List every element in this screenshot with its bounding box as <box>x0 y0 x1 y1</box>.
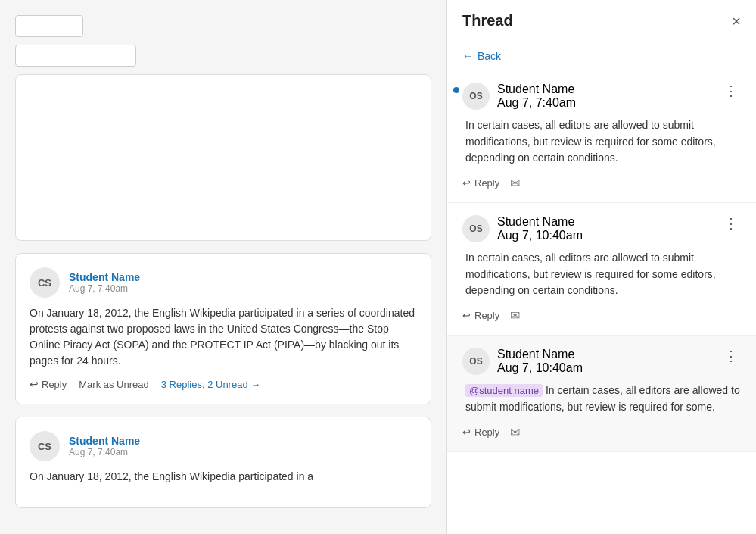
mail-icon-3[interactable]: ✉ <box>510 425 520 439</box>
thread-comment-header-3: OS Student Name Aug 7, 10:40am ⋮ <box>462 348 741 375</box>
thread-comment-body-1: In certain cases, all editors are allowe… <box>462 117 741 167</box>
back-button[interactable]: ← Back <box>447 42 756 70</box>
filter-input-1[interactable] <box>15 15 83 37</box>
thread-time-2: Aug 7, 10:40am <box>497 229 583 242</box>
comment-meta: Student Name Aug 7, 7:40am <box>69 271 140 294</box>
thread-time-1: Aug 7, 7:40am <box>497 96 576 110</box>
thread-body: OS Student Name Aug 7, 7:40am ⋮ In certa… <box>447 70 756 534</box>
comment-header-2: CS Student Name Aug 7, 7:40am <box>30 431 417 461</box>
left-panel: CS Student Name Aug 7, 7:40am On January… <box>0 0 446 534</box>
message-menu-button-3[interactable]: ⋮ <box>721 348 741 364</box>
comment-meta-2: Student Name Aug 7, 7:40am <box>69 435 140 457</box>
thread-meta-2: Student Name Aug 7, 10:40am <box>497 215 583 242</box>
comment-card-2: CS Student Name Aug 7, 7:40am On January… <box>15 417 431 508</box>
thread-reply-icon-2: ↩ <box>462 310 471 321</box>
thread-comment-1: OS Student Name Aug 7, 7:40am ⋮ In certa… <box>447 70 756 203</box>
thread-avatar-1: OS <box>462 83 490 110</box>
reply-label: Reply <box>42 379 67 390</box>
thread-meta-3: Student Name Aug 7, 10:40am <box>497 348 583 375</box>
thread-title: Thread <box>462 12 513 30</box>
comment-actions: ↩ Reply Mark as Unread 3 Replies, 2 Unre… <box>30 378 417 390</box>
comment-body-2: On January 18, 2012, the English Wikiped… <box>30 469 417 485</box>
mail-icon-2[interactable]: ✉ <box>510 308 520 323</box>
thread-actions-1: ↩ Reply ✉ <box>462 176 741 190</box>
thread-comment-left-2: OS Student Name Aug 7, 10:40am <box>462 215 583 242</box>
thread-author-3: Student Name <box>497 348 583 361</box>
mark-unread-label: Mark as Unread <box>79 379 148 390</box>
thread-author-1: Student Name <box>497 83 576 96</box>
thread-reply-button-2[interactable]: ↩ Reply <box>462 310 499 321</box>
mention-tag: @student name <box>465 384 543 397</box>
comment-time: Aug 7, 7:40am <box>69 283 140 294</box>
filter-input-2[interactable] <box>15 45 136 67</box>
thread-comment-3: OS Student Name Aug 7, 10:40am ⋮ @studen… <box>447 336 756 451</box>
thread-comment-2: OS Student Name Aug 7, 10:40am ⋮ In cert… <box>447 203 756 336</box>
back-label: Back <box>478 50 501 62</box>
comment-body: On January 18, 2012, the English Wikiped… <box>30 305 417 369</box>
thread-avatar-2: OS <box>462 215 490 242</box>
thread-actions-3: ↩ Reply ✉ <box>462 425 741 439</box>
thread-reply-button-3[interactable]: ↩ Reply <box>462 426 499 438</box>
comment-author: Student Name <box>69 271 140 283</box>
empty-card <box>15 74 431 241</box>
thread-comment-body-3: @student name In certain cases, all edit… <box>462 383 741 415</box>
thread-comment-body-2: In certain cases, all editors are allowe… <box>462 250 741 299</box>
thread-avatar-3: OS <box>462 348 490 375</box>
comment-time-2: Aug 7, 7:40am <box>69 447 140 457</box>
thread-meta-1: Student Name Aug 7, 7:40am <box>497 83 576 110</box>
thread-comment-left-3: OS Student Name Aug 7, 10:40am <box>462 348 583 375</box>
thread-comment-left-1: OS Student Name Aug 7, 7:40am <box>462 83 576 110</box>
thread-time-3: Aug 7, 10:40am <box>497 361 583 375</box>
thread-header: Thread × <box>447 0 756 42</box>
reply-icon: ↩ <box>30 378 39 390</box>
thread-reply-label-1: Reply <box>474 177 499 189</box>
thread-reply-icon-3: ↩ <box>462 426 471 438</box>
reply-button[interactable]: ↩ Reply <box>30 378 67 390</box>
thread-panel: Thread × ← Back OS Student Name Aug 7, 7… <box>446 0 756 534</box>
avatar-2: CS <box>30 431 60 461</box>
mail-icon-1[interactable]: ✉ <box>510 176 520 190</box>
thread-reply-icon-1: ↩ <box>462 177 471 189</box>
comment-author-2: Student Name <box>69 435 140 447</box>
replies-link[interactable]: 3 Replies, 2 Unread → <box>161 379 261 390</box>
avatar: CS <box>30 267 60 298</box>
thread-comment-header-1: OS Student Name Aug 7, 7:40am ⋮ <box>462 83 741 110</box>
comment-header: CS Student Name Aug 7, 7:40am <box>30 267 417 298</box>
message-menu-button-1[interactable]: ⋮ <box>721 83 741 99</box>
back-arrow-icon: ← <box>462 50 473 62</box>
thread-actions-2: ↩ Reply ✉ <box>462 308 741 323</box>
thread-reply-label-2: Reply <box>474 310 499 321</box>
close-button[interactable]: × <box>732 14 741 29</box>
message-menu-button-2[interactable]: ⋮ <box>721 215 741 232</box>
thread-reply-button-1[interactable]: ↩ Reply <box>462 177 499 189</box>
thread-author-2: Student Name <box>497 215 583 229</box>
thread-reply-label-3: Reply <box>474 426 499 438</box>
comment-card: CS Student Name Aug 7, 7:40am On January… <box>15 253 431 404</box>
mark-unread-button[interactable]: Mark as Unread <box>79 379 148 390</box>
thread-comment-header-2: OS Student Name Aug 7, 10:40am ⋮ <box>462 215 741 242</box>
arrow-right-icon: → <box>250 379 260 390</box>
